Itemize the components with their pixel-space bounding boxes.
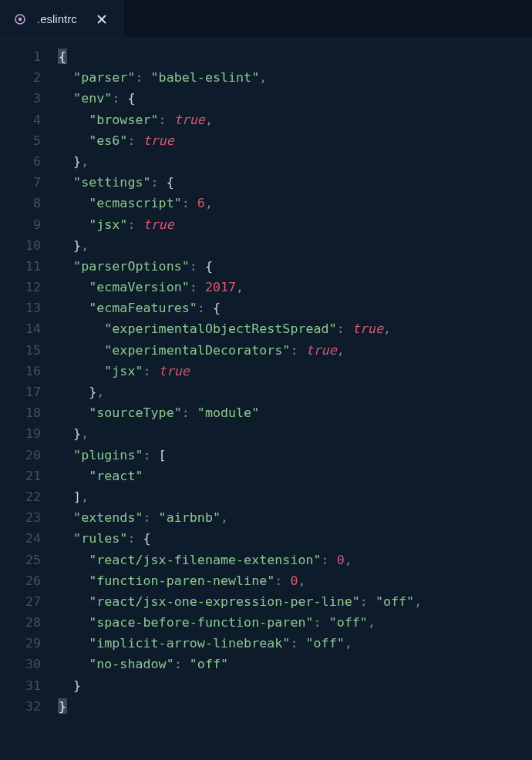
token-key: "jsx" bbox=[89, 217, 127, 232]
code-line[interactable]: "react" bbox=[58, 466, 532, 486]
code-line[interactable]: ], bbox=[58, 486, 532, 507]
token-punc: , bbox=[337, 342, 345, 358]
code-line[interactable]: "extends": "airbnb", bbox=[58, 507, 532, 528]
token-key: "experimentalObjectRestSpread" bbox=[104, 321, 336, 336]
token-punc: : bbox=[337, 321, 352, 336]
code-line[interactable]: }, bbox=[58, 382, 532, 402]
code-line[interactable]: "parserOptions": { bbox=[58, 256, 532, 277]
line-number: 11 bbox=[0, 256, 41, 277]
code-line[interactable]: } bbox=[58, 675, 532, 696]
token-key: "ecmaFeatures" bbox=[89, 300, 197, 315]
token-str: "module" bbox=[197, 405, 259, 420]
token-str: "off" bbox=[306, 635, 345, 651]
code-line[interactable]: }, bbox=[58, 423, 532, 444]
code-line[interactable]: "parser": "babel-eslint", bbox=[58, 67, 532, 88]
line-number: 28 bbox=[0, 612, 41, 633]
token-num: 6 bbox=[197, 195, 205, 210]
token-brace: ] bbox=[73, 489, 81, 504]
code-line[interactable]: "react/jsx-filename-extension": 0, bbox=[58, 550, 532, 570]
token-key: "extends" bbox=[73, 509, 143, 525]
token-punc: , bbox=[368, 614, 375, 630]
line-number-gutter: 1234567891011121314151617181920212223242… bbox=[0, 39, 58, 760]
token-num: 2017 bbox=[205, 279, 236, 294]
line-number: 13 bbox=[0, 298, 41, 318]
token-punc: : bbox=[112, 90, 127, 106]
code-line[interactable]: "experimentalObjectRestSpread": true, bbox=[58, 318, 532, 339]
token-punc: , bbox=[298, 573, 305, 588]
line-number: 21 bbox=[0, 466, 41, 486]
code-line[interactable]: "react/jsx-one-expression-per-line": "of… bbox=[58, 591, 532, 612]
token-punc: : bbox=[127, 133, 143, 148]
line-number: 22 bbox=[0, 486, 41, 507]
token-punc: : bbox=[190, 258, 205, 274]
token-key: "space-before-function-paren" bbox=[89, 614, 313, 630]
token-key: "ecmascript" bbox=[89, 195, 182, 210]
token-punc: : bbox=[322, 552, 337, 567]
token-punc: , bbox=[236, 279, 244, 294]
code-line[interactable]: "implicit-arrow-linebreak": "off", bbox=[58, 633, 532, 654]
token-str: "off" bbox=[190, 656, 228, 671]
code-line[interactable]: { bbox=[58, 46, 532, 67]
token-punc: : bbox=[360, 594, 375, 609]
token-brace: { bbox=[127, 90, 135, 106]
token-key: "implicit-arrow-linebreak" bbox=[89, 635, 290, 651]
line-number: 20 bbox=[0, 445, 41, 466]
code-line[interactable]: "experimentalDecorators": true, bbox=[58, 340, 532, 361]
line-number: 26 bbox=[0, 570, 41, 591]
token-brace: } bbox=[73, 153, 81, 169]
editor-area[interactable]: 1234567891011121314151617181920212223242… bbox=[0, 39, 532, 760]
code-line[interactable]: "function-paren-newline": 0, bbox=[58, 570, 532, 591]
code-line[interactable]: "ecmascript": 6, bbox=[58, 193, 532, 214]
token-punc: : bbox=[127, 530, 143, 546]
token-punc: , bbox=[205, 195, 213, 210]
code-line[interactable]: }, bbox=[58, 151, 532, 172]
tab-eslintrc[interactable]: .eslintrc bbox=[0, 0, 123, 38]
token-punc: : bbox=[290, 635, 305, 651]
token-num: 0 bbox=[337, 552, 345, 567]
line-number: 16 bbox=[0, 361, 41, 382]
token-punc: , bbox=[96, 384, 104, 399]
code-line[interactable]: "env": { bbox=[58, 88, 532, 109]
token-punc: : bbox=[190, 279, 205, 294]
line-number: 31 bbox=[0, 675, 41, 696]
token-brace: } bbox=[73, 678, 81, 693]
token-key: "env" bbox=[73, 90, 112, 106]
line-number: 32 bbox=[0, 696, 41, 717]
code-content[interactable]: { "parser": "babel-eslint", "env": { "br… bbox=[58, 39, 532, 760]
token-str: "off" bbox=[375, 594, 414, 609]
code-line[interactable]: "settings": { bbox=[58, 172, 532, 193]
token-key: "parser" bbox=[73, 69, 135, 85]
close-icon[interactable] bbox=[96, 13, 108, 25]
code-line[interactable]: "space-before-function-paren": "off", bbox=[58, 612, 532, 633]
token-punc: : bbox=[274, 573, 290, 588]
code-line[interactable]: "plugins": [ bbox=[58, 445, 532, 466]
code-line[interactable]: "sourceType": "module" bbox=[58, 402, 532, 423]
token-brace: { bbox=[213, 300, 221, 315]
token-punc: : bbox=[174, 656, 190, 671]
svg-point-1 bbox=[19, 17, 22, 20]
token-str: "react" bbox=[89, 468, 143, 483]
code-line[interactable]: "ecmaVersion": 2017, bbox=[58, 277, 532, 298]
code-line[interactable]: "jsx": true bbox=[58, 214, 532, 235]
token-punc: , bbox=[81, 489, 89, 504]
line-number: 15 bbox=[0, 340, 41, 361]
token-punc: , bbox=[259, 69, 267, 85]
line-number: 3 bbox=[0, 88, 41, 109]
token-key: "parserOptions" bbox=[73, 258, 190, 274]
code-line[interactable]: "jsx": true bbox=[58, 361, 532, 382]
line-number: 9 bbox=[0, 214, 41, 235]
token-key: "no-shadow" bbox=[89, 656, 174, 671]
code-line[interactable]: "ecmaFeatures": { bbox=[58, 298, 532, 318]
code-line[interactable]: "no-shadow": "off" bbox=[58, 654, 532, 674]
code-line[interactable]: "rules": { bbox=[58, 528, 532, 549]
token-punc: : bbox=[182, 405, 197, 420]
token-bool: true bbox=[306, 342, 337, 358]
line-number: 7 bbox=[0, 172, 41, 193]
file-type-icon bbox=[14, 13, 26, 25]
code-line[interactable]: } bbox=[58, 696, 532, 717]
code-line[interactable]: }, bbox=[58, 235, 532, 256]
code-line[interactable]: "browser": true, bbox=[58, 109, 532, 130]
code-line[interactable]: "es6": true bbox=[58, 130, 532, 151]
token-punc: : bbox=[143, 447, 159, 462]
line-number: 29 bbox=[0, 633, 41, 654]
